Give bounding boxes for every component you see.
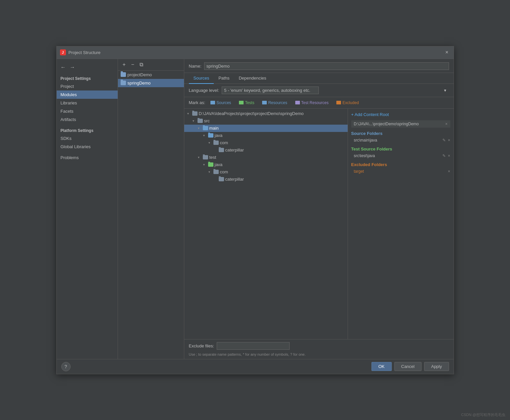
sidebar: ← → Project Settings Project Modules Lib… <box>57 59 118 359</box>
remove-module-button[interactable]: − <box>129 61 137 68</box>
test-remove-button[interactable]: × <box>448 153 450 158</box>
chevron-icon: ▾ <box>196 155 201 160</box>
chevron-icon: ▾ <box>201 133 207 138</box>
name-input[interactable] <box>204 62 449 70</box>
help-button[interactable]: ? <box>61 362 71 371</box>
excluded-remove-button[interactable]: × <box>448 169 450 174</box>
project-structure-dialog: J Project Structure × ← → Project Settin… <box>56 46 454 374</box>
mark-as-tests[interactable]: Tests <box>236 100 257 106</box>
tab-dependencies[interactable]: Dependencies <box>234 73 271 84</box>
mark-as-sources[interactable]: Sources <box>208 100 234 106</box>
sources-badge-label: Sources <box>216 100 231 105</box>
exclude-files-input[interactable] <box>217 342 290 350</box>
com-node-label: com <box>220 140 228 145</box>
source-edit-button[interactable]: ✎ <box>442 138 446 143</box>
tree-node-test[interactable]: ▾ test <box>184 154 348 161</box>
dialog-body: ← → Project Settings Project Modules Lib… <box>57 59 454 359</box>
excluded-path-actions: × <box>448 169 450 174</box>
tree-node-com[interactable]: ▾ com <box>184 139 348 147</box>
sidebar-item-sdks[interactable]: SDKs <box>57 134 118 143</box>
copy-module-button[interactable]: ⧉ <box>138 61 145 68</box>
content-root-close-button[interactable]: × <box>445 122 447 126</box>
module-list: projectDemo springDemo <box>118 71 184 359</box>
module-folder-icon <box>121 72 126 77</box>
tab-sources[interactable]: Sources <box>189 73 214 84</box>
tree-node-test-com[interactable]: ▾ com <box>184 168 348 176</box>
source-remove-button[interactable]: × <box>448 138 450 143</box>
tab-paths[interactable]: Paths <box>214 73 234 84</box>
platform-settings-section: Platform Settings <box>57 126 118 134</box>
test-java-node-label: java <box>215 162 223 167</box>
chevron-icon: ▾ <box>207 140 212 146</box>
close-button[interactable]: × <box>444 49 450 56</box>
watermark: CSDN @想写程序的毛毛虫 <box>461 412 505 417</box>
module-panel: + − ⧉ projectDemo springDemo <box>118 59 184 359</box>
test-path-actions: ✎ × <box>442 153 450 158</box>
chevron-icon: ▾ <box>207 169 212 175</box>
source-path-actions: ✎ × <box>442 138 450 143</box>
cancel-button[interactable]: Cancel <box>394 362 422 371</box>
mark-as-excluded[interactable]: Excluded <box>334 100 361 106</box>
apply-button[interactable]: Apply <box>424 362 449 371</box>
test-com-folder-icon <box>213 170 219 174</box>
app-icon: J <box>60 49 66 55</box>
tree-node-src[interactable]: ▾ src <box>184 117 348 125</box>
module-item-label: springDemo <box>128 81 151 86</box>
add-content-root-button[interactable]: + Add Content Root <box>351 112 450 117</box>
tree-node-test-java[interactable]: ▾ java <box>184 161 348 168</box>
right-panel: + Add Content Root D:\JAVA\...\projectDe… <box>348 109 454 339</box>
sidebar-item-modules[interactable]: Modules <box>57 90 118 99</box>
name-label: Name: <box>189 64 201 69</box>
sidebar-item-facets[interactable]: Facets <box>57 107 118 115</box>
tree-node-main[interactable]: ▾ main <box>184 125 348 132</box>
forward-button[interactable]: → <box>69 64 77 71</box>
back-button[interactable]: ← <box>59 64 67 71</box>
mark-as-resources[interactable]: Resources <box>259 100 290 106</box>
add-module-button[interactable]: + <box>121 61 128 68</box>
tabs-row: Sources Paths Dependencies <box>184 73 454 84</box>
excluded-badge-label: Excluded <box>342 100 359 105</box>
caterpillar1-folder-icon <box>219 148 224 152</box>
tree-node-java[interactable]: ▾ java <box>184 132 348 139</box>
language-level-label: Language level: <box>189 88 219 93</box>
nav-bar: ← → <box>57 62 118 72</box>
title-bar: J Project Structure × <box>57 46 454 59</box>
resources-folder-icon <box>262 101 267 104</box>
sidebar-item-global-libraries[interactable]: Global Libraries <box>57 143 118 151</box>
mark-as-row: Mark as: Sources Tests Resources Test Re… <box>184 97 454 109</box>
exclude-files-row: Exclude files: <box>184 339 454 352</box>
tree-node-caterpillar1[interactable]: ▾ caterpillar <box>184 147 348 154</box>
test-source-folders-path: src\test\java ✎ × <box>351 153 450 159</box>
content-root-path: D:\JAVA\...\projectDemo\springDemo × <box>351 120 450 128</box>
tree-right-container: ▾ D:\JAVA\IdeaProjects\project\projectDe… <box>184 109 454 339</box>
sidebar-item-libraries[interactable]: Libraries <box>57 99 118 107</box>
tree-node-root[interactable]: ▾ D:\JAVA\IdeaProjects\project\projectDe… <box>184 110 348 117</box>
ok-button[interactable]: OK <box>371 362 392 371</box>
module-folder-icon <box>121 81 126 85</box>
exclude-files-label: Exclude files: <box>189 343 214 348</box>
add-content-root-label: + Add Content Root <box>351 112 389 117</box>
mark-as-test-resources[interactable]: Test Resources <box>293 100 331 106</box>
module-item-springdemo[interactable]: springDemo <box>118 79 184 87</box>
sidebar-item-problems[interactable]: Problems <box>57 153 118 162</box>
sidebar-item-artifacts[interactable]: Artifacts <box>57 115 118 124</box>
content-root-path-label: D:\JAVA\...\projectDemo\springDemo <box>354 122 419 126</box>
mark-as-label: Mark as: <box>189 100 205 105</box>
excluded-folder-icon <box>336 101 341 104</box>
tree-node-caterpillar2[interactable]: ▾ caterpillar <box>184 176 348 183</box>
source-folders-title: Source Folders <box>351 131 450 136</box>
tree-panel: ▾ D:\JAVA\IdeaProjects\project\projectDe… <box>184 109 348 339</box>
sources-folder-icon <box>210 101 215 104</box>
module-item-projectdemo[interactable]: projectDemo <box>118 71 184 79</box>
test-com-node-label: com <box>220 169 228 174</box>
root-node-label: D:\JAVA\IdeaProjects\project\projectDemo… <box>199 111 304 116</box>
test-edit-button[interactable]: ✎ <box>442 153 446 158</box>
test-resources-folder-icon <box>295 101 300 104</box>
sidebar-item-project[interactable]: Project <box>57 82 118 90</box>
test-resources-badge-label: Test Resources <box>301 100 329 105</box>
chevron-icon: ▾ <box>201 162 207 167</box>
excluded-folders-title: Excluded Folders <box>351 162 450 167</box>
language-level-select[interactable]: 5 - 'enum' keyword, generics, autoboxing… <box>222 87 319 94</box>
main-content: Name: Sources Paths Dependencies Languag… <box>184 59 454 359</box>
java-folder-icon <box>208 133 213 138</box>
